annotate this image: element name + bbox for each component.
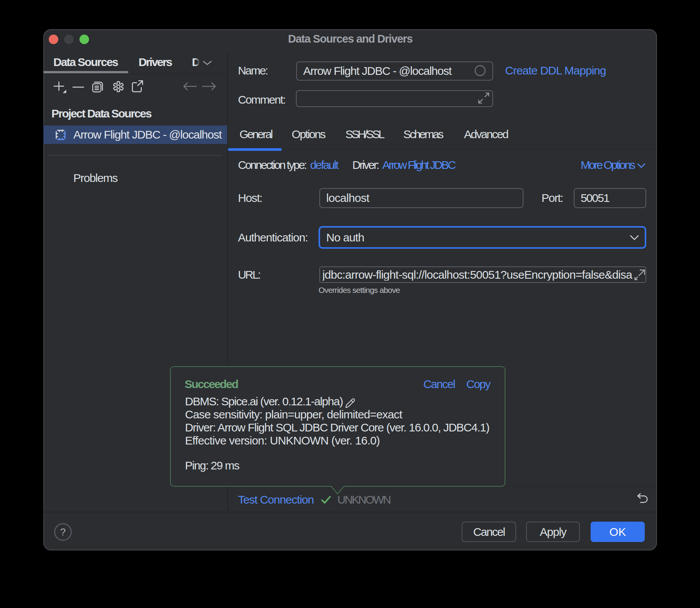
svg-text:?: ?	[60, 526, 66, 538]
